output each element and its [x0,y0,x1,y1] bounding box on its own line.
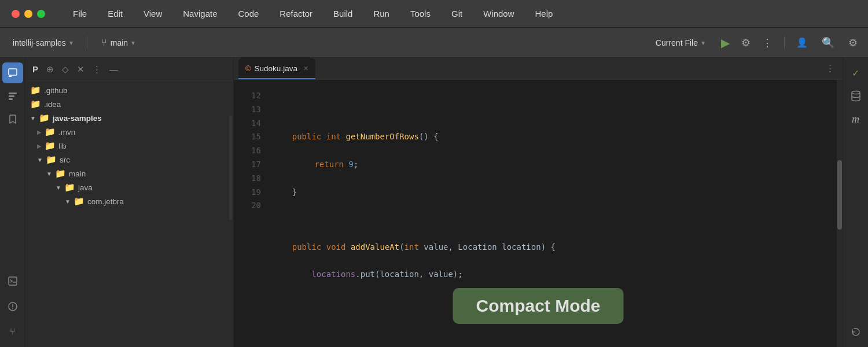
vcs-checkmark-icon[interactable]: ✓ [845,62,866,83]
line-num-18: 18 [234,172,261,186]
editor-scrollbar-thumb[interactable] [837,160,842,230]
menu-code[interactable]: Code [236,6,261,21]
toolbar: intellij-samples ▾ ⑂ main ▾ Current File… [0,28,868,58]
menu-navigate[interactable]: Navigate [181,6,219,21]
problems-tool-button[interactable] [2,296,23,317]
tree-label-java-samples: java-samples [53,114,102,123]
folder-java-samples-icon: 📁 [39,113,50,123]
file-tree-body: 📁 .github 📁 .idea ▼ 📁 java-samples ▶ 📁 .… [25,81,233,347]
editor-scrollbar[interactable] [837,80,843,347]
code-line-15: } [273,186,827,200]
svg-rect-4 [9,98,13,100]
collapse-tree-button[interactable]: — [107,63,120,75]
right-icon-sidebar: ✓ m [843,58,868,347]
git-tool-button[interactable]: ⑂ [2,322,23,342]
window-maximize-button[interactable] [37,10,45,18]
terminal-tool-button[interactable] [2,271,23,291]
project-selector[interactable]: intellij-samples ▾ [8,36,78,50]
line-num-20: 20 [234,199,261,213]
svg-point-8 [852,91,860,94]
menu-build[interactable]: Build [331,6,355,21]
code-line-12 [273,103,827,117]
tab-label-sudoku: Sudoku.java [255,64,297,73]
maven-icon[interactable]: m [845,109,866,130]
tree-item-com-jetbra[interactable]: ▼ 📁 com.jetbra [25,194,233,208]
svg-rect-3 [9,95,14,97]
tree-label-mvn: .mvn [58,128,75,136]
line-num-15: 15 [234,130,261,144]
menu-help[interactable]: Help [533,6,556,21]
run-config-selector[interactable]: Current File ▾ [649,36,712,50]
java-file-icon: © [245,64,251,73]
run-config-label: Current File [656,38,698,47]
tree-item-src[interactable]: ▼ 📁 src [25,153,233,167]
menu-tools[interactable]: Tools [408,6,433,21]
branch-name-label: main [111,38,128,47]
folder-com-jetbra-icon: 📁 [73,196,84,206]
code-editor: 12 13 14 15 16 17 18 19 20 public int ge… [234,80,843,347]
folder-github-icon: 📁 [30,85,41,95]
window-minimize-button[interactable] [24,10,32,18]
tree-item-mvn[interactable]: ▶ 📁 .mvn [25,125,233,139]
bookmark-tool-button[interactable] [2,109,23,130]
menu-run[interactable]: Run [371,6,392,21]
tree-label-main: main [69,169,86,178]
tree-item-github[interactable]: 📁 .github [25,83,233,97]
line-num-12: 12 [234,89,261,103]
line-num-16: 16 [234,144,261,158]
menu-refactor[interactable]: Refactor [277,6,315,21]
tab-sudoku-java[interactable]: © Sudoku.java ✕ [238,58,315,79]
code-line-19 [273,296,827,309]
svg-rect-2 [9,93,17,94]
project-tool-button[interactable] [2,62,23,83]
menu-view[interactable]: View [141,6,164,21]
tree-item-idea[interactable]: 📁 .idea [25,97,233,111]
tab-close-sudoku-button[interactable]: ✕ [303,65,308,72]
structure-tool-button[interactable] [2,86,23,106]
tree-label-lib: lib [58,142,67,150]
chevron-com-jetbra-icon: ▼ [65,198,71,205]
tree-item-main[interactable]: ▼ 📁 main [25,167,233,180]
code-line-16 [273,213,827,227]
tree-item-lib[interactable]: ▶ 📁 lib [25,139,233,153]
line-num-17: 17 [234,158,261,172]
menu-git[interactable]: Git [449,6,465,21]
toolbar-right: 👤 🔍 ⚙ [794,34,860,51]
undo-icon[interactable] [845,322,866,342]
window-close-button[interactable] [12,10,20,18]
project-chevron-icon: ▾ [69,39,73,47]
menu-window[interactable]: Window [481,6,516,21]
code-line-18: locations.put(location, value); [273,268,827,282]
code-content[interactable]: public int getNumberOfRows() { return 9;… [266,80,837,347]
folder-idea-icon: 📁 [30,99,41,109]
left-icon-sidebar: ⑂ [0,58,25,347]
folder-lib-icon: 📁 [45,141,56,151]
add-profile-button[interactable]: 👤 [794,35,810,50]
project-name-label: intellij-samples [13,38,66,47]
database-icon[interactable] [845,86,866,106]
tree-label-java: java [78,183,93,192]
tree-item-java[interactable]: ▼ 📁 java [25,180,233,194]
menu-edit[interactable]: Edit [105,6,125,21]
debug-button[interactable]: ⚙ [739,34,753,51]
p-button[interactable]: P [30,63,41,75]
branch-chevron-icon: ▾ [131,39,135,47]
tree-label-github: .github [44,86,68,95]
close-tree-button[interactable]: ✕ [75,63,87,76]
tab-more-button[interactable]: ⋮ [822,62,838,75]
branch-selector[interactable]: ⑂ main ▾ [97,35,139,50]
locate-in-tree-button[interactable]: ⊕ [44,63,56,76]
tree-more-button[interactable]: ⋮ [90,63,104,76]
toolbar-divider-1 [87,36,87,49]
git-branch-icon: ⑂ [101,38,107,48]
sort-button[interactable]: ◇ [60,63,71,76]
line-numbers: 12 13 14 15 16 17 18 19 20 [234,80,266,347]
run-button[interactable]: ▶ [719,34,732,52]
search-everywhere-button[interactable]: 🔍 [819,34,837,51]
settings-button[interactable]: ⚙ [846,34,860,51]
menu-file[interactable]: File [71,6,89,21]
tree-item-java-samples[interactable]: ▼ 📁 java-samples [25,111,233,125]
tree-label-src: src [60,156,70,164]
line-num-14: 14 [234,117,261,131]
more-actions-button[interactable]: ⋮ [760,34,775,51]
